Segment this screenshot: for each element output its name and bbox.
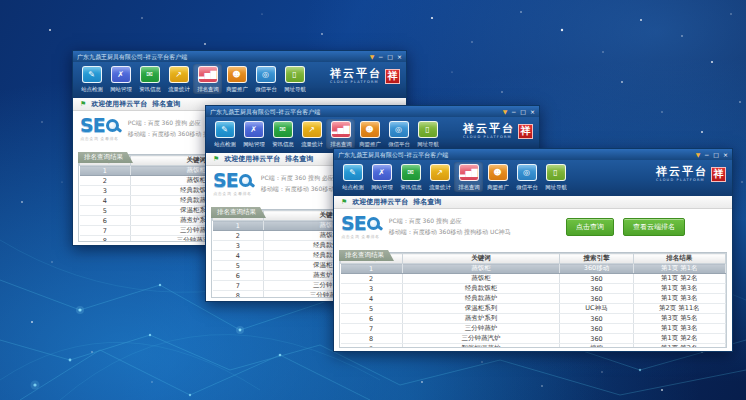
toolbar-item-wechat-platform[interactable]: ◎微信平台	[251, 64, 280, 94]
toolbar-item-label: 网址导航	[545, 183, 567, 191]
skin-button[interactable]: ▼	[370, 54, 375, 60]
toolbar-item-site-check[interactable]: ✎站点检测	[338, 162, 367, 192]
site-nav-icon: ▯	[285, 66, 305, 83]
toolbar-item-site-nav[interactable]: ▯网址导航	[413, 119, 442, 149]
brand-seal-icon: 祥	[711, 167, 726, 182]
action-buttons: 点击查询 查看云端排名	[566, 218, 727, 236]
window-controls: ▼−□×	[503, 109, 535, 115]
toolbar-item-label: 排名查询	[458, 183, 480, 191]
tab-rank-results[interactable]: 排名查询结果	[78, 152, 133, 163]
skin-button[interactable]: ▼	[696, 152, 701, 158]
window-title: 广东九鼎王厨具有限公司-祥云平台客户端	[338, 152, 696, 158]
table-row[interactable]: 4经典款蒸炉360第1页 第3名	[341, 294, 726, 304]
toolbar-items: ✎站点检测✗网站管理✉资讯信息↗流量统计▂▅▇排名查询☻商盟推广◎微信平台▯网址…	[77, 64, 309, 94]
app-window: 广东九鼎王厨具有限公司-祥云平台客户端 ▼−□× ✎站点检测✗网站管理✉资讯信息…	[333, 148, 733, 352]
toolbar-item-rank-query[interactable]: ▂▅▇排名查询	[454, 162, 483, 192]
close-button[interactable]: ×	[397, 54, 402, 60]
toolbar-item-site-manage[interactable]: ✗网站管理	[367, 162, 396, 192]
seo-logo-text: SE	[213, 171, 238, 190]
minimize-button[interactable]: −	[704, 152, 709, 158]
brand-subtitle: CLOUD PLATFORM	[463, 135, 515, 139]
table-row[interactable]: 7三分钟蒸炉360第1页 第3名	[341, 324, 726, 334]
toolbar-item-rank-query[interactable]: ▂▅▇排名查询	[326, 119, 355, 149]
brand-subtitle: CLOUD PLATFORM	[330, 80, 382, 84]
seo-logo: SE 点击查询 查看排名	[211, 171, 254, 196]
magnifier-icon	[106, 119, 119, 132]
news-info-icon: ✉	[273, 121, 293, 138]
window-title: 广东九鼎王厨具有限公司-祥云平台客户端	[77, 54, 370, 60]
seo-caption: 点击查询 查看排名	[213, 191, 252, 196]
minimize-button[interactable]: −	[511, 109, 516, 115]
toolbar-item-label: 站点检测	[342, 183, 364, 191]
toolbar-item-site-check[interactable]: ✎站点检测	[77, 64, 106, 94]
maximize-button[interactable]: □	[387, 54, 393, 60]
brand-name: 祥云平台	[330, 68, 382, 79]
maximize-button[interactable]: □	[520, 109, 526, 115]
rank-results-table: 序号关键词搜索引擎排名结果 1蒸饭柜360移动第1页 第1名2蒸饭柜360第1页…	[339, 253, 727, 348]
title-bar[interactable]: 广东九鼎王厨具有限公司-祥云平台客户端 ▼−□×	[334, 149, 732, 160]
app-window-front[interactable]: 广东九鼎王厨具有限公司-祥云平台客户端 ▼−□× ✎站点检测✗网站管理✉资讯信息…	[333, 148, 733, 352]
seo-logo-text: SE	[341, 214, 366, 233]
brand-logo: 祥云平台 CLOUD PLATFORM 祥	[330, 64, 402, 84]
brand-subtitle: CLOUD PLATFORM	[656, 178, 708, 182]
toolbar-item-alliance-promo[interactable]: ☻商盟推广	[222, 64, 251, 94]
traffic-stats-icon: ↗	[169, 66, 189, 83]
table-row[interactable]: 1蒸饭柜360移动第1页 第1名	[341, 264, 726, 274]
tab-rank-results[interactable]: 排名查询结果	[339, 250, 394, 261]
site-manage-icon: ✗	[244, 121, 264, 138]
minimize-button[interactable]: −	[378, 54, 383, 60]
toolbar-item-news-info[interactable]: ✉资讯信息	[135, 64, 164, 94]
table-header-row: 序号关键词搜索引擎排名结果	[341, 254, 726, 264]
toolbar-item-rank-query[interactable]: ▂▅▇排名查询	[193, 64, 222, 94]
toolbar-item-wechat-platform[interactable]: ◎微信平台	[384, 119, 413, 149]
tab-rank-results[interactable]: 排名查询结果	[211, 207, 266, 218]
alliance-promo-icon: ☻	[360, 121, 380, 138]
table-row[interactable]: 6蒸煮炉系列360第3页 第5名	[341, 314, 726, 324]
table-row[interactable]: 3经典款饭柜360第1页 第3名	[341, 284, 726, 294]
traffic-stats-icon: ↗	[430, 164, 450, 181]
column-header: 关键词	[402, 254, 560, 264]
toolbar-item-site-nav[interactable]: ▯网址导航	[541, 162, 570, 192]
window-title: 广东九鼎王厨具有限公司-祥云平台客户端	[210, 109, 503, 115]
table-row[interactable]: 5保温柜系列UC神马第2页 第11名	[341, 304, 726, 314]
toolbar-item-traffic-stats[interactable]: ↗流量统计	[425, 162, 454, 192]
title-bar[interactable]: 广东九鼎王厨具有限公司-祥云平台客户端 ▼−□×	[206, 106, 539, 117]
toolbar-item-label: 微信平台	[516, 183, 538, 191]
query-button[interactable]: 点击查询	[566, 218, 614, 236]
toolbar-item-site-nav[interactable]: ▯网址导航	[280, 64, 309, 94]
breadcrumb-page: 排名查询	[152, 99, 180, 109]
table-row[interactable]: 8三分钟蒸汽炉360第1页 第2名	[341, 334, 726, 344]
seo-logo: SE 点击查询 查看排名	[78, 116, 121, 141]
brand-seal-icon: 祥	[385, 69, 400, 84]
toolbar-item-traffic-stats[interactable]: ↗流量统计	[297, 119, 326, 149]
close-button[interactable]: ×	[530, 109, 535, 115]
toolbar-item-site-manage[interactable]: ✗网站管理	[106, 64, 135, 94]
site-nav-icon: ▯	[418, 121, 438, 138]
window-controls: ▼−□×	[370, 54, 402, 60]
toolbar-item-traffic-stats[interactable]: ↗流量统计	[164, 64, 193, 94]
toolbar-item-alliance-promo[interactable]: ☻商盟推广	[483, 162, 512, 192]
tab-row: 排名查询结果	[339, 242, 727, 253]
flag-icon: ⚑	[213, 155, 219, 163]
rank-query-icon: ▂▅▇	[331, 121, 351, 138]
title-bar[interactable]: 广东九鼎王厨具有限公司-祥云平台客户端 ▼−□×	[73, 51, 406, 62]
table-row[interactable]: 2蒸饭柜360第1页 第2名	[341, 274, 726, 284]
brand-logo: 祥云平台 CLOUD PLATFORM 祥	[463, 119, 535, 139]
maximize-button[interactable]: □	[713, 152, 719, 158]
table-row[interactable]: 9智能恒温蒸炉搜狗第1页 第2名	[341, 344, 726, 349]
toolbar-item-news-info[interactable]: ✉资讯信息	[396, 162, 425, 192]
alliance-promo-icon: ☻	[488, 164, 508, 181]
close-button[interactable]: ×	[723, 152, 728, 158]
toolbar-item-site-manage[interactable]: ✗网站管理	[239, 119, 268, 149]
site-check-icon: ✎	[82, 66, 102, 83]
skin-button[interactable]: ▼	[503, 109, 508, 115]
toolbar-item-site-check[interactable]: ✎站点检测	[210, 119, 239, 149]
flag-icon: ⚑	[341, 198, 347, 206]
toolbar-item-alliance-promo[interactable]: ☻商盟推广	[355, 119, 384, 149]
toolbar-item-wechat-platform[interactable]: ◎微信平台	[512, 162, 541, 192]
brand-logo: 祥云平台 CLOUD PLATFORM 祥	[656, 162, 728, 182]
toolbar-item-news-info[interactable]: ✉资讯信息	[268, 119, 297, 149]
cloud-rank-button[interactable]: 查看云端排名	[623, 218, 685, 236]
brand-name: 祥云平台	[656, 166, 708, 177]
column-header: 排名结果	[633, 254, 725, 264]
